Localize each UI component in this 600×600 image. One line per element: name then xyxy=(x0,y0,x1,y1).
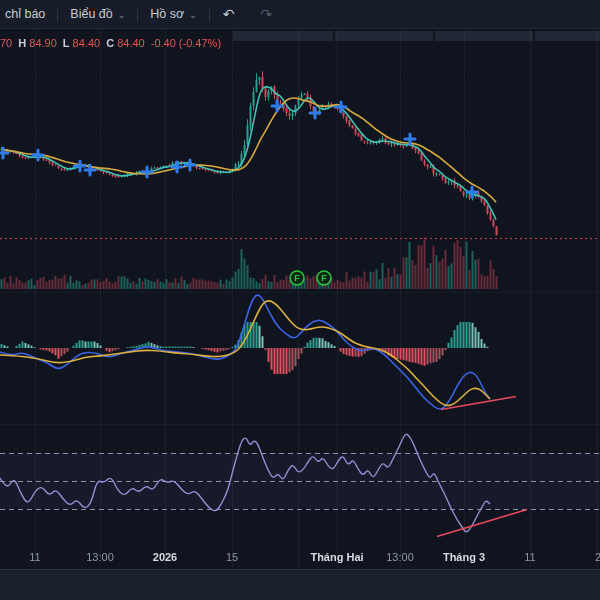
trading-chart-app: chỉ báo Biểu đồ ⌄ Hồ sơ ⌄ ↶ ↷ 70 H84.90 … xyxy=(0,0,600,600)
ohlc-close-value: 84.40 xyxy=(117,37,145,49)
ohlc-close-label: C xyxy=(106,37,114,49)
ohlc-low-label: L xyxy=(63,37,70,49)
time-axis-label: 2 xyxy=(595,551,600,563)
time-axis-label: 11 xyxy=(29,551,40,563)
time-axis-label: Tháng Hai xyxy=(310,551,363,563)
time-axis-label: 2026 xyxy=(153,551,177,563)
ohlc-legend: 70 H84.90 L84.40 C84.40 -0.40 (-0.47%) xyxy=(0,37,224,49)
time-axis-label: 13:00 xyxy=(86,551,114,563)
time-axis-label: Tháng 3 xyxy=(443,551,485,563)
chart-canvas[interactable] xyxy=(0,0,600,600)
time-axis-label: 13:00 xyxy=(386,551,414,563)
ohlc-low-value: 84.40 xyxy=(73,37,101,49)
ohlc-open-partial: 70 xyxy=(0,37,12,49)
time-axis-label: 15 xyxy=(226,551,238,563)
bottom-bar xyxy=(0,569,600,600)
ohlc-change-value: -0.40 (-0.47%) xyxy=(151,37,221,49)
time-axis-label: 11 xyxy=(524,551,535,563)
ohlc-high-value: 84.90 xyxy=(29,37,57,49)
time-axis[interactable]: 1113:00202615Tháng Hai13:00Tháng 3112 xyxy=(0,546,600,569)
ohlc-high-label: H xyxy=(18,37,26,49)
